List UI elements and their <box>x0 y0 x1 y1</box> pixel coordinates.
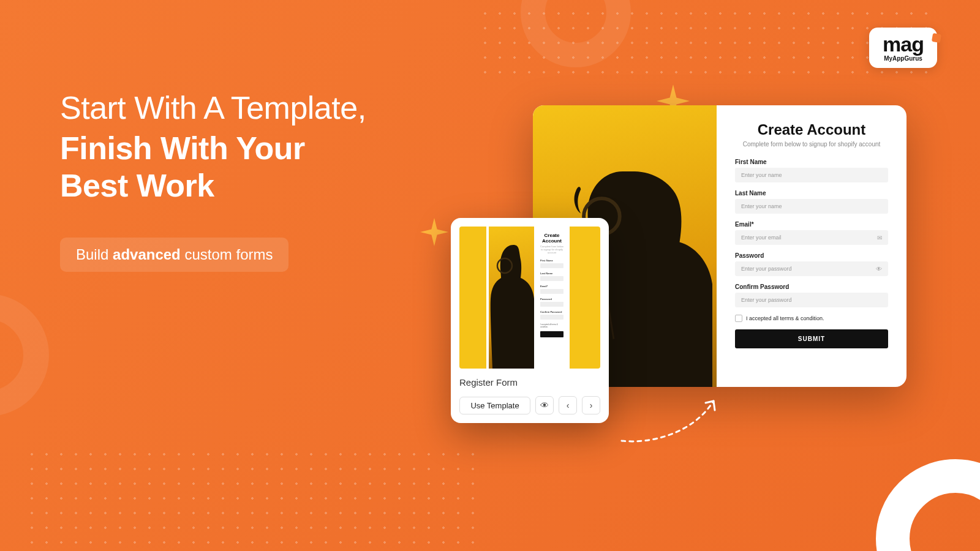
last-name-input[interactable]: Enter your name <box>735 199 888 214</box>
template-card: Create Account Complete form below to si… <box>451 218 609 423</box>
chevron-right-icon: › <box>590 400 593 410</box>
mini-form-subtitle: Complete form below to signup for shopif… <box>540 245 564 254</box>
next-button[interactable]: › <box>582 396 600 414</box>
use-template-button[interactable]: Use Template <box>459 397 530 414</box>
create-account-form: Create Account Complete form below to si… <box>717 105 907 387</box>
first-name-input[interactable]: Enter your name <box>735 168 888 182</box>
mail-icon: ✉ <box>877 234 882 241</box>
dot-pattern-bottom <box>24 447 478 545</box>
headline-line-3: Best Work <box>60 167 440 204</box>
prev-button[interactable]: ‹ <box>559 396 577 414</box>
password-label: Password <box>735 252 888 259</box>
checkbox-icon[interactable] <box>735 315 742 322</box>
first-name-label: First Name <box>735 159 888 165</box>
email-input[interactable]: Enter your email✉ <box>735 230 888 245</box>
thumb-accent-left <box>459 227 486 369</box>
form-title: Create Account <box>735 121 888 138</box>
mini-form-title: Create Account <box>540 233 564 244</box>
preview-button[interactable]: 👁 <box>535 396 554 414</box>
pill-suffix: custom forms <box>181 246 273 263</box>
pill-strong: advanced <box>113 246 181 263</box>
submit-button[interactable]: SUBMIT <box>735 329 888 348</box>
headline-line-1: Start With A Template, <box>60 89 440 126</box>
chevron-left-icon: ‹ <box>567 400 570 410</box>
dashed-arrow-icon <box>619 392 729 447</box>
brand-name: mag <box>883 35 924 54</box>
silhouette-icon <box>489 227 534 369</box>
template-thumbnail: Create Account Complete form below to si… <box>459 227 600 369</box>
eye-icon[interactable]: 👁 <box>876 266 882 272</box>
confirm-password-input[interactable]: Enter your password <box>735 293 888 307</box>
headline: Start With A Template, Finish With Your … <box>60 89 440 205</box>
subtitle-pill: Build advanced custom forms <box>60 238 288 272</box>
ring-decoration-left <box>0 294 49 416</box>
headline-line-2: Finish With Your <box>60 130 440 167</box>
pill-prefix: Build <box>76 246 113 263</box>
eye-icon: 👁 <box>540 400 549 410</box>
sparkle-icon <box>420 218 448 246</box>
mini-submit-button <box>540 331 564 337</box>
terms-label: I accepted all terms & condition. <box>746 315 824 321</box>
brand-badge: mag MyAppGurus <box>869 28 937 68</box>
last-name-label: Last Name <box>735 190 888 197</box>
thumb-accent-right <box>570 227 600 369</box>
ring-decoration-bottom-right <box>876 459 980 551</box>
form-subtitle: Complete form below to signup for shopif… <box>735 141 888 148</box>
email-label: Email* <box>735 221 888 228</box>
brand-accent-icon <box>932 33 941 43</box>
brand-subtitle: MyAppGurus <box>883 55 924 62</box>
password-input[interactable]: Enter your password👁 <box>735 261 888 276</box>
terms-checkbox-row[interactable]: I accepted all terms & condition. <box>735 315 888 322</box>
thumb-image <box>489 227 534 369</box>
thumb-mini-form: Create Account Complete form below to si… <box>537 227 567 369</box>
template-title: Register Form <box>459 377 600 388</box>
confirm-password-label: Confirm Password <box>735 283 888 290</box>
